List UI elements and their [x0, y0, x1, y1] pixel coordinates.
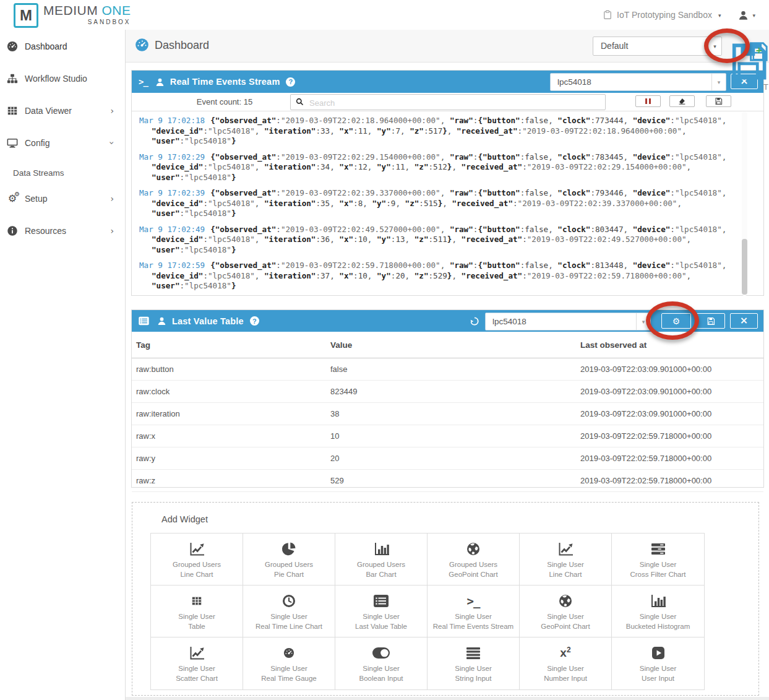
- help-icon[interactable]: ?: [250, 316, 259, 326]
- log-scrollbar-thumb[interactable]: [742, 239, 747, 295]
- widget-card-line2: Cross Filter Chart: [630, 569, 685, 579]
- table-row: raw:z5292019-03-09T22:02:59.718000+00:00: [132, 470, 763, 492]
- add-widget-title: Add Widget: [161, 514, 208, 524]
- user-menu[interactable]: ▾: [738, 10, 755, 20]
- add-widget-grouped-users-pie-chart[interactable]: Grouped UsersPie Chart: [243, 534, 335, 585]
- sidebar-item-label: Dashboard: [25, 41, 67, 51]
- chevron-down-icon: ›: [108, 141, 116, 145]
- caret-down-icon: ▾: [752, 12, 755, 19]
- rtes-search[interactable]: [290, 94, 606, 110]
- add-widget-single-user-bucketed-histogram[interactable]: Single UserBucketed Histogram: [612, 585, 704, 637]
- cell-value: 529: [330, 476, 344, 485]
- sidebar-item-resources[interactable]: Resources›: [0, 220, 125, 241]
- add-widget-single-user-cross-filter-chart[interactable]: Single UserCross Filter Chart: [612, 534, 704, 585]
- cell-last-observed: 2019-03-09T22:02:59.718000+00:00: [580, 431, 711, 441]
- medium-one-logo[interactable]: M MEDIUM ONE SANDBOX: [14, 3, 131, 28]
- eraser-icon: [678, 97, 686, 105]
- cell-last-observed: 2019-03-09T22:02:59.718000+00:00: [580, 476, 711, 485]
- project-switcher[interactable]: IoT Prototyping Sandbox ▾ ▾: [603, 0, 769, 30]
- widget-card-line2: GeoPoint Chart: [449, 569, 497, 579]
- sidebar-item-config[interactable]: Config›: [0, 132, 125, 153]
- gear-icon: ⚙: [672, 317, 681, 326]
- clipboard-icon: [603, 10, 612, 20]
- lvt-settings-button[interactable]: ⚙: [661, 313, 691, 329]
- widget-card-line2: Number Input: [544, 673, 587, 683]
- column-header-value: Value: [330, 340, 352, 350]
- widget-card-line1: Single User: [547, 611, 583, 621]
- widget-card-line1: Single User: [270, 611, 307, 621]
- person-icon: [157, 316, 166, 326]
- add-widget-single-user-table[interactable]: Single UserTable: [151, 585, 243, 637]
- event-log-entry: Mar 9 17:02:59{"observed_at":"2019-03-09…: [139, 261, 731, 292]
- add-widget-single-user-string-input[interactable]: Single UserString Input: [427, 637, 520, 689]
- sidebar-item-label: Workflow Studio: [25, 74, 87, 84]
- cell-tag: raw:iteration: [136, 409, 180, 418]
- cell-last-observed: 2019-03-09T22:02:59.718000+00:00: [580, 454, 711, 463]
- widget-card-line1: Single User: [547, 663, 583, 673]
- cell-last-observed: 2019-03-09T22:03:09.901000+00:00: [580, 387, 711, 396]
- add-widget-single-user-real-time-gauge[interactable]: Single UserReal Time Gauge: [243, 637, 335, 689]
- lvt-save-button[interactable]: [696, 313, 725, 329]
- sidebar-item-data-streams[interactable]: Data Streams: [0, 162, 125, 183]
- add-widget-single-user-number-input[interactable]: x2Single UserNumber Input: [520, 637, 612, 689]
- add-widget-single-user-user-input[interactable]: Single UserUser Input: [612, 637, 704, 689]
- sidebar-item-workflow-studio[interactable]: Workflow Studio: [0, 68, 125, 89]
- add-widget-single-user-boolean-input[interactable]: Single UserBoolean Input: [335, 637, 427, 689]
- add-widget-single-user-line-chart[interactable]: Single UserLine Chart: [520, 534, 612, 585]
- widget-card-line1: Single User: [363, 611, 399, 621]
- add-widget-single-user-geopoint-chart[interactable]: Single UserGeoPoint Chart: [520, 585, 612, 637]
- widget-card-line2: Scatter Chart: [176, 673, 218, 683]
- clear-button[interactable]: [669, 95, 695, 107]
- lvt-close-button[interactable]: ×: [730, 313, 758, 329]
- save-icon: [715, 97, 723, 105]
- rtes-device-select[interactable]: ▾: [550, 73, 726, 91]
- terminal-icon: >_: [467, 592, 480, 610]
- help-icon[interactable]: ?: [286, 77, 295, 87]
- sidebar-item-label: Config: [25, 138, 49, 148]
- search-input[interactable]: [308, 95, 601, 111]
- sidebar-item-dashboard[interactable]: Dashboard: [0, 36, 125, 57]
- add-widget-single-user-scatter-chart[interactable]: Single UserScatter Chart: [151, 637, 243, 689]
- sidebar-item-label: Resources: [25, 226, 66, 236]
- lvt-device-select[interactable]: ▾: [485, 313, 651, 331]
- log-scrollbar[interactable]: [742, 112, 747, 296]
- add-widget-single-user-real-time-events-stream[interactable]: >_Single UserReal Time Events Stream: [427, 585, 520, 637]
- add-widget-single-user-real-time-line-chart[interactable]: Single UserReal Time Line Chart: [243, 585, 335, 637]
- caret-down-icon: ▾: [718, 12, 721, 19]
- event-count: Event count: 15: [160, 97, 290, 106]
- add-widget-grouped-users-bar-chart[interactable]: Grouped UsersBar Chart: [335, 534, 427, 585]
- sidebar-item-data-viewer[interactable]: Data Viewer›: [0, 100, 125, 121]
- close-icon: ×: [740, 316, 748, 326]
- widget-card-line1: Single User: [640, 560, 676, 569]
- widget-card-line1: Grouped Users: [357, 560, 405, 569]
- widget-card-line2: Boolean Input: [359, 673, 403, 683]
- brand-sub: SANDBOX: [43, 19, 131, 25]
- export-button[interactable]: [706, 95, 731, 107]
- widget-card-line2: Bucketed Histogram: [626, 621, 690, 631]
- cell-last-observed: 2019-03-09T22:03:09.901000+00:00: [580, 365, 711, 374]
- rtes-device-input[interactable]: [551, 74, 726, 90]
- dashboard-select[interactable]: Default ▾: [593, 37, 722, 56]
- chevron-right-icon: ›: [110, 194, 114, 203]
- widget-card-line2: Bar Chart: [366, 569, 396, 579]
- sitemap-icon: [6, 73, 19, 84]
- add-widget-single-user-last-value-table[interactable]: Single UserLast Value Table: [335, 585, 427, 637]
- save-as-new-dashboard-button[interactable]: +: [747, 41, 769, 63]
- pause-button[interactable]: [635, 95, 661, 107]
- add-widget-grouped-users-geopoint-chart[interactable]: Grouped UsersGeoPoint Chart: [427, 534, 520, 585]
- widget-card-line1: Single User: [363, 663, 399, 673]
- table-row: raw:x102019-03-09T22:02:59.718000+00:00: [132, 425, 763, 447]
- cell-value: 38: [330, 409, 339, 418]
- table-icon: [6, 105, 19, 116]
- add-widget-grouped-users-line-chart[interactable]: Grouped UsersLine Chart: [151, 534, 243, 585]
- terminal-icon: >_: [139, 77, 148, 87]
- refresh-icon[interactable]: [470, 316, 479, 326]
- lvt-device-input[interactable]: [486, 313, 650, 330]
- sidebar-item-label: Setup: [25, 194, 48, 204]
- widget-card-line2: User Input: [642, 673, 674, 683]
- widget-card-line2: Table: [188, 621, 205, 631]
- pause-icon: [645, 98, 651, 104]
- widget-card-line1: Grouped Users: [173, 560, 221, 569]
- sidebar-item-setup[interactable]: ⚙⚙Setup›: [0, 188, 125, 209]
- rtes-title: Real Time Events Stream: [170, 77, 280, 87]
